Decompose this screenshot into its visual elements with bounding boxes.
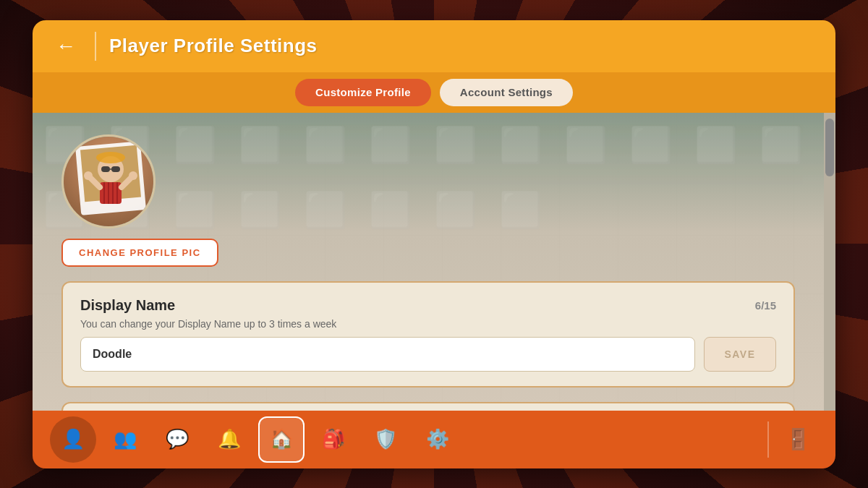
page-title: Player Profile Settings	[109, 35, 317, 57]
nav-divider	[767, 421, 769, 458]
display-name-title: Display Name	[80, 297, 175, 314]
display-name-subtitle: You can change your Display Name up to 3…	[80, 318, 776, 330]
tab-account[interactable]: Account Settings	[440, 79, 573, 106]
nav-item-friends[interactable]: 👥	[102, 416, 148, 463]
svg-point-16	[129, 171, 137, 180]
avatar	[61, 134, 156, 228]
bottom-nav: 👤 👥 💬 🔔 🏠	[33, 411, 835, 468]
tab-bar: Customize Profile Account Settings	[33, 72, 835, 113]
outer-background: ← Player Profile Settings Customize Prof…	[0, 0, 868, 488]
svg-rect-4	[101, 166, 110, 172]
nav-items: 👤 👥 💬 🔔 🏠	[50, 416, 759, 463]
nav-item-settings[interactable]: ⚙️	[414, 416, 461, 463]
nav-item-store[interactable]: 🎒	[310, 416, 357, 463]
chat-nav-icon: 💬	[166, 428, 189, 450]
profile-top: CHANGE PROFILE PIC	[61, 134, 795, 267]
nav-item-chat[interactable]: 💬	[154, 416, 200, 463]
friends-nav-icon: 👥	[114, 428, 137, 450]
svg-point-15	[84, 171, 93, 180]
tab-customize[interactable]: Customize Profile	[295, 79, 431, 106]
display-name-card: Display Name 6/15 You can change your Di…	[61, 281, 795, 388]
home-nav-icon: 🏠	[270, 428, 293, 450]
nav-item-home[interactable]: 🏠	[258, 416, 305, 463]
svg-rect-5	[111, 166, 120, 172]
content-area: ⬜ ⬜ ⬜ ⬜ ⬜ ⬜ ⬜ ⬜ ⬜ ⬜ ⬜ ⬜ ⬜ ⬜ ⬜ ⬜ ⬜	[33, 113, 835, 411]
display-name-header: Display Name 6/15	[80, 297, 776, 314]
svg-rect-7	[100, 182, 122, 204]
display-name-input-row: SAVE	[80, 337, 776, 372]
shield-nav-icon: 🛡️	[374, 428, 397, 450]
display-name-input[interactable]	[80, 337, 695, 372]
nav-item-notifications[interactable]: 🔔	[206, 416, 252, 463]
main-window: ← Player Profile Settings Customize Prof…	[33, 20, 835, 468]
nav-item-profile[interactable]: 👤	[50, 416, 96, 463]
bell-nav-icon: 🔔	[218, 428, 241, 450]
profile-nav-icon: 👤	[61, 428, 85, 450]
store-nav-icon: 🎒	[322, 428, 345, 450]
scrollbar[interactable]	[824, 113, 835, 411]
change-profile-pic-button[interactable]: CHANGE PROFILE PIC	[61, 239, 218, 267]
main-content: ⬜ ⬜ ⬜ ⬜ ⬜ ⬜ ⬜ ⬜ ⬜ ⬜ ⬜ ⬜ ⬜ ⬜ ⬜ ⬜ ⬜	[33, 113, 824, 411]
profile-section: CHANGE PROFILE PIC Display Name 6/15 You…	[61, 134, 795, 411]
display-name-counter: 6/15	[755, 299, 776, 312]
save-button[interactable]: SAVE	[704, 337, 776, 372]
gear-nav-icon: ⚙️	[426, 428, 449, 450]
header-divider	[95, 32, 96, 61]
exit-icon: 🚪	[786, 427, 811, 451]
scrollbar-thumb[interactable]	[825, 119, 834, 176]
back-button[interactable]: ←	[50, 32, 82, 61]
svg-point-12	[96, 152, 125, 163]
nav-item-exit[interactable]: 🚪	[778, 419, 818, 460]
peek-card	[61, 402, 795, 411]
header-bar: ← Player Profile Settings	[33, 20, 835, 72]
nav-item-shield[interactable]: 🛡️	[362, 416, 409, 463]
